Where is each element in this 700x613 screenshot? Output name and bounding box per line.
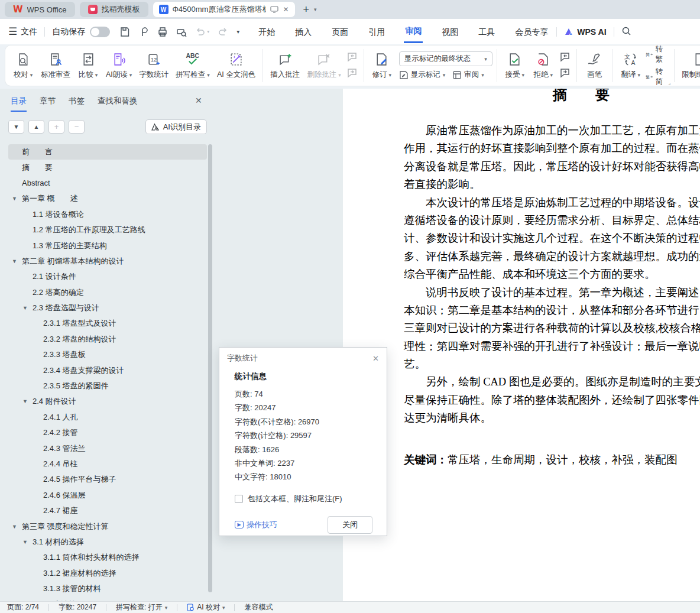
close-pane-icon[interactable]: ✕ bbox=[195, 96, 202, 105]
collapse-all-button[interactable]: ▲ bbox=[28, 120, 44, 134]
toc-item[interactable]: 2.1 设计条件 bbox=[8, 269, 207, 284]
simplified-to-traditional-button[interactable]: 简 转繁 bbox=[646, 45, 666, 64]
new-tab-icon[interactable]: + bbox=[303, 4, 310, 16]
document-text-line[interactable]: 达更为清晰具体。 bbox=[404, 409, 700, 427]
menu-插入[interactable]: 插入 bbox=[294, 21, 313, 43]
insert-comment-button[interactable]: 插入批注 bbox=[267, 50, 303, 82]
customize-toolbar-chevron-icon[interactable]: ▾ bbox=[236, 28, 239, 35]
hamburger-icon[interactable]: ☰ bbox=[8, 25, 17, 38]
document-text-line[interactable]: 作用，其运行的好坏直接影响到整个原有加工的过程。而在蒸馏加工的过 bbox=[404, 140, 700, 157]
tab-list-chevron-icon[interactable]: ▾ bbox=[314, 7, 317, 12]
document-text-line[interactable]: 三章则对已设计的方案进行各种载荷的计算以及校核,校核合格才能证明 bbox=[404, 319, 700, 337]
toc-item[interactable]: 3.1.3 接管的材料 bbox=[8, 581, 207, 596]
document-text-line[interactable]: 计、参数设计和设计实施这几个过程。在这个不断决策的过程中，可供 bbox=[404, 229, 700, 247]
document-text-line[interactable]: 本次设计的常压塔是原油炼制工艺过程的中期塔设备。设计时要考 bbox=[404, 194, 700, 212]
document-text-line[interactable]: 多、评估体系越完善，最终确定的设计方案就越理想。成功的过程设备 bbox=[404, 248, 700, 265]
toc-item[interactable]: 2.3.4 塔盘支撑梁的设计 bbox=[8, 362, 207, 378]
toc-item[interactable]: 2.3.3 塔盘板 bbox=[8, 347, 207, 362]
toc-collapse-arrow-icon[interactable]: ▼ bbox=[12, 524, 22, 530]
document-text-line[interactable]: 遵循塔设备的设计原则，要经历需求分析、目标界定、总体结构设计、 bbox=[404, 212, 700, 229]
group-expand-icon[interactable]: ⌟ bbox=[668, 80, 670, 86]
export-pdf-icon[interactable] bbox=[138, 27, 149, 37]
enter-focus-mode-icon[interactable] bbox=[270, 6, 278, 13]
toc-item[interactable]: 2.4.5 操作平台与梯子 bbox=[8, 472, 207, 487]
pane-tab-目录[interactable]: 目录 bbox=[11, 96, 27, 112]
toc-item[interactable]: Abstract bbox=[8, 176, 207, 191]
toc-item[interactable]: ▼2.4 附件设计 bbox=[8, 394, 207, 409]
proofread-button[interactable]: 校对▾ bbox=[9, 50, 37, 82]
document-text-line[interactable]: 理性；第四章对需要补强的开孔进行了补强设计；最后一章说明了主要零 bbox=[404, 338, 700, 355]
toc-item[interactable]: ▼3.1 材料的选择 bbox=[8, 534, 207, 550]
document-text-line[interactable]: 分离设备就是常压塔。因此，常压塔的设计好坏对能否获得高收益，搞品 bbox=[404, 158, 700, 176]
toc-collapse-arrow-icon[interactable]: ▼ bbox=[12, 196, 22, 202]
menu-引用[interactable]: 引用 bbox=[367, 21, 386, 43]
close-tab-icon[interactable]: ✕ bbox=[283, 5, 289, 14]
ai-read-aloud-button[interactable]: AI朗读▾ bbox=[103, 50, 135, 82]
toc-item[interactable]: ▼3.2 厚度计算 bbox=[8, 596, 207, 601]
document-text-line[interactable]: 原油常压蒸馏作为原油加工的一次加工工艺，在原有加工流程中占 bbox=[404, 122, 700, 140]
toc-item[interactable]: 2.4.4 吊柱 bbox=[8, 456, 207, 472]
menu-工具[interactable]: 工具 bbox=[477, 21, 496, 43]
save-icon[interactable] bbox=[119, 27, 130, 37]
sidebar-scrollbar[interactable] bbox=[208, 144, 212, 592]
toc-collapse-arrow-icon[interactable]: ▼ bbox=[22, 305, 33, 311]
toc-item[interactable]: 摘 要 bbox=[8, 160, 207, 175]
toc-item[interactable]: 1.1 塔设备概论 bbox=[8, 207, 207, 222]
search-icon[interactable] bbox=[621, 26, 631, 38]
compatibility-mode-badge[interactable]: 兼容模式 bbox=[244, 602, 273, 612]
menu-审阅[interactable]: 审阅 bbox=[404, 20, 423, 43]
document-text-line[interactable]: 说明书反映了设计的基本过程。第一章为概述，主要阐述了设计的 bbox=[404, 284, 700, 301]
ai-proofread-status[interactable]: AI 校对▾ bbox=[187, 602, 225, 612]
ai-polish-button[interactable]: AI 全文润色 bbox=[214, 50, 258, 82]
toc-item[interactable]: 前 言 bbox=[8, 144, 207, 160]
file-menu[interactable]: 文件 bbox=[21, 27, 37, 37]
document-text-line[interactable]: 另外，绘制 CAD 图也是必要的。图纸亦是制造时的主要文件。绘制 bbox=[404, 373, 700, 391]
accept-change-button[interactable]: 接受▾ bbox=[501, 50, 529, 82]
dialog-header[interactable]: 字数统计 ✕ bbox=[219, 348, 387, 369]
document-title[interactable]: 摘 要 bbox=[553, 89, 610, 104]
menu-开始[interactable]: 开始 bbox=[257, 21, 276, 43]
review-pane-button[interactable]: 审阅▾ bbox=[452, 70, 484, 80]
document-page[interactable]: 摘 要 原油常压蒸馏作为原油加工的一次加工工艺，在原有加工流程中占作用，其运行的… bbox=[343, 89, 700, 601]
toc-item[interactable]: 1.3 常压塔的主要结构 bbox=[8, 238, 207, 253]
wps-ai-button[interactable]: WPS AI bbox=[564, 27, 606, 37]
toc-item[interactable]: 3.1.1 筒体和封头材料的选择 bbox=[8, 550, 207, 565]
tab-template-store[interactable]: 找稻壳模板 bbox=[80, 2, 148, 17]
document-text-line[interactable]: 综合平衡产品性能、成本和环境这三个方面的要求。 bbox=[404, 265, 700, 283]
previous-revision-icon[interactable] bbox=[559, 51, 571, 64]
spell-check-button[interactable]: ABC 拼写检查▾ bbox=[173, 50, 213, 82]
expand-all-button[interactable]: ▼ bbox=[8, 120, 24, 134]
toc-item[interactable]: 2.4.7 裙座 bbox=[8, 503, 207, 518]
toc-item[interactable]: 2.3.5 塔盘的紧固件 bbox=[8, 378, 207, 394]
menu-页面[interactable]: 页面 bbox=[330, 21, 349, 43]
toc-collapse-arrow-icon[interactable]: ▼ bbox=[22, 539, 33, 545]
toc-item[interactable]: 2.4.2 接管 bbox=[8, 425, 207, 440]
dialog-close-icon[interactable]: ✕ bbox=[372, 354, 379, 363]
compare-button[interactable]: 比较▾ bbox=[74, 50, 102, 82]
next-revision-icon[interactable] bbox=[559, 67, 571, 80]
document-text-line[interactable]: 着直接的影响。 bbox=[404, 176, 700, 193]
pane-tab-书签[interactable]: 书签 bbox=[69, 96, 85, 112]
close-dialog-button[interactable]: 关闭 bbox=[328, 516, 372, 534]
restrict-editing-button[interactable]: 限制编辑 bbox=[679, 50, 700, 82]
toc-item[interactable]: ▼第三章 强度和稳定性计算 bbox=[8, 518, 207, 534]
reject-change-button[interactable]: 拒绝▾ bbox=[530, 50, 557, 82]
menu-会员专享[interactable]: 会员专享 bbox=[514, 21, 549, 43]
document-text-line[interactable]: 尽量保持正确性。除了塔的整体装配图外，还绘制了四张零件图对其进行 bbox=[404, 391, 700, 409]
toc-item[interactable]: 2.4.3 管法兰 bbox=[8, 440, 207, 456]
document-text-line[interactable]: 艺。 bbox=[404, 355, 700, 373]
toc-item[interactable]: ▼第二章 初馏塔基本结构的设计 bbox=[8, 254, 207, 269]
show-markup-button[interactable]: 显示标记▾ bbox=[399, 70, 446, 80]
menu-视图[interactable]: 视图 bbox=[440, 21, 459, 43]
pane-tab-查找和替换[interactable]: 查找和替换 bbox=[98, 96, 138, 112]
tab-document[interactable]: W Φ4500mm原油常压蒸馏塔机 ✕ bbox=[153, 2, 295, 17]
toc-item[interactable]: 2.3.1 塔盘型式及设计 bbox=[8, 316, 207, 331]
checkbox-icon[interactable] bbox=[235, 495, 243, 503]
toc-item[interactable]: 3.1.2 裙座材料的选择 bbox=[8, 566, 207, 581]
toc-item[interactable]: ▼2.3 塔盘选型与设计 bbox=[8, 300, 207, 316]
toc-item[interactable]: ▼第一章 概 述 bbox=[8, 191, 207, 206]
keywords-line[interactable]: 关键词：常压塔，生命周期，设计，校核，补强，装配图 bbox=[404, 452, 678, 467]
autosave-toggle[interactable] bbox=[90, 27, 110, 37]
toc-item[interactable]: 1.2 常压塔的工作原理及工艺路线 bbox=[8, 222, 207, 238]
document-text-line[interactable]: 本知识；第二章是基本结构的设计，从整体和部分各环节进行了机械的设 bbox=[404, 301, 700, 319]
